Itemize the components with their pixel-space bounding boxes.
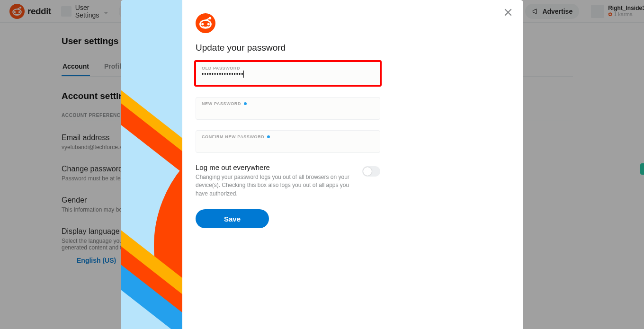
snoo-icon bbox=[196, 13, 215, 33]
save-button[interactable]: Save bbox=[196, 209, 269, 228]
old-password-field[interactable]: OLD PASSWORD ••••••••••••••••• bbox=[194, 60, 382, 87]
old-password-value: ••••••••••••••••• bbox=[202, 71, 243, 78]
new-password-input[interactable] bbox=[202, 106, 374, 115]
logout-everywhere-desc: Changing your password logs you out of a… bbox=[196, 173, 351, 198]
svg-point-12 bbox=[196, 13, 215, 33]
logout-everywhere-row: Log me out everywhere Changing your pass… bbox=[196, 163, 380, 198]
svg-point-13 bbox=[201, 23, 204, 26]
logout-everywhere-title: Log me out everywhere bbox=[196, 163, 351, 171]
close-button[interactable] bbox=[501, 6, 515, 19]
text-caret bbox=[243, 71, 244, 78]
required-dot-icon bbox=[267, 135, 270, 138]
modal-title: Update your password bbox=[196, 43, 506, 53]
svg-point-14 bbox=[207, 23, 210, 26]
old-password-label: OLD PASSWORD bbox=[202, 66, 374, 71]
close-icon bbox=[503, 8, 513, 17]
logout-everywhere-toggle[interactable] bbox=[362, 166, 380, 177]
modal-art-panel bbox=[121, 0, 182, 329]
required-dot-icon bbox=[244, 102, 247, 105]
new-password-field[interactable]: NEW PASSWORD bbox=[196, 97, 380, 120]
confirm-password-field[interactable]: CONFIRM NEW PASSWORD bbox=[196, 130, 380, 153]
modal-overlay: Update your password OLD PASSWORD ••••••… bbox=[0, 0, 644, 329]
svg-point-16 bbox=[209, 17, 211, 19]
update-password-modal: Update your password OLD PASSWORD ••••••… bbox=[121, 0, 523, 329]
confirm-password-input[interactable] bbox=[202, 139, 374, 148]
confirm-password-label: CONFIRM NEW PASSWORD bbox=[202, 134, 374, 139]
new-password-label: NEW PASSWORD bbox=[202, 101, 374, 106]
